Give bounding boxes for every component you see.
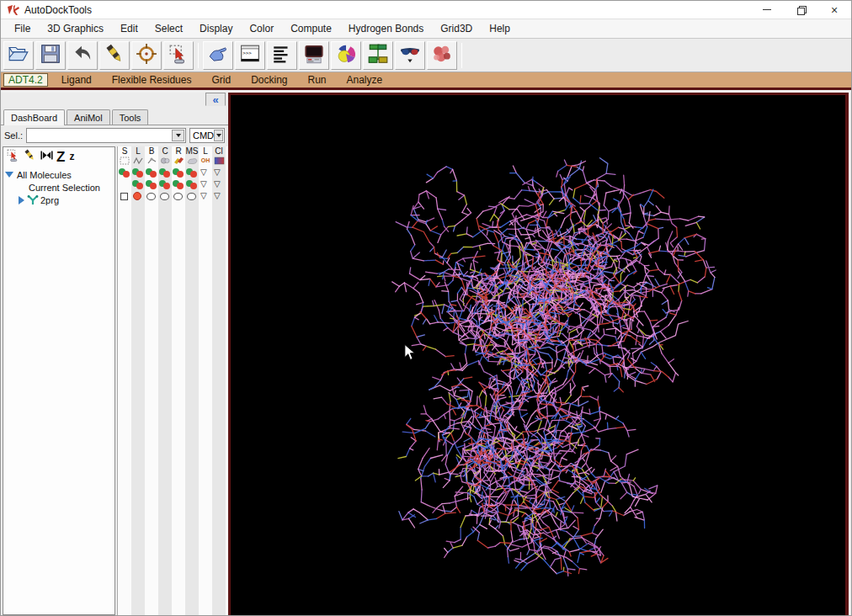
menu-item-color[interactable]: Color xyxy=(241,20,282,37)
tree-item-label: Current Selection xyxy=(29,183,100,193)
molecule-tree: All MoleculesCurrent Selection2prg xyxy=(3,166,114,206)
dropdown-triangle-icon: ▽ xyxy=(200,191,207,201)
column-L-icon xyxy=(131,156,145,165)
grid-cell-oval[interactable] xyxy=(185,190,199,202)
python-shell-icon: >>> xyxy=(239,43,261,68)
grid-cell-oval[interactable] xyxy=(145,190,158,202)
grid-cell-pair[interactable] xyxy=(118,167,131,178)
selection-combobox[interactable] xyxy=(26,128,186,143)
menu-item-help[interactable]: Help xyxy=(481,20,519,37)
undo-button[interactable] xyxy=(67,41,98,70)
menu-item-3d-graphics[interactable]: 3D Graphics xyxy=(39,20,112,37)
grid-cell-pair[interactable] xyxy=(158,178,172,190)
grid-cell-tri[interactable]: ▽ xyxy=(212,167,226,178)
color-palette-button[interactable] xyxy=(331,41,361,70)
selection-input[interactable] xyxy=(27,129,172,142)
cmd-combobox[interactable]: CMD xyxy=(189,128,225,143)
adt-menu-run[interactable]: Run xyxy=(301,73,333,87)
pick-hand-button[interactable] xyxy=(203,41,233,70)
tab-tools[interactable]: Tools xyxy=(112,109,149,125)
adt-menu-flexible-residues[interactable]: Flexible Residues xyxy=(105,73,199,87)
grid-cell-tri[interactable]: ▽ xyxy=(212,178,226,190)
minimize-button[interactable] xyxy=(750,1,784,19)
molecule-surface-button[interactable] xyxy=(427,41,457,70)
grid-column-ms-5: MS xyxy=(185,146,199,167)
grid-cell-tri[interactable]: ▽ xyxy=(199,167,212,178)
content-area: « DashBoardAniMolTools Sel.: CMD Zz All … xyxy=(1,93,851,615)
annotate-pen-small-icon[interactable] xyxy=(23,148,37,166)
grid-cell-pair[interactable] xyxy=(172,178,185,190)
hierarchy-tree-button[interactable] xyxy=(363,41,393,70)
grid-cell-pair[interactable] xyxy=(131,178,145,190)
cmd-dropdown-button[interactable] xyxy=(214,130,223,141)
python-shell-button[interactable]: >>> xyxy=(235,41,265,70)
stereo-glasses-button[interactable] xyxy=(395,41,425,70)
expand-collapse-icon[interactable] xyxy=(40,148,54,166)
menu-item-file[interactable]: File xyxy=(6,20,39,37)
grid-cell-oval[interactable] xyxy=(172,190,185,202)
menu-item-select[interactable]: Select xyxy=(146,20,191,37)
restore-button[interactable] xyxy=(784,1,817,19)
grid-column-s-0: S xyxy=(118,146,131,167)
grid-column-cl-7: Cl xyxy=(212,146,226,167)
open-file-icon xyxy=(8,43,29,68)
menu-item-compute[interactable]: Compute xyxy=(282,20,340,37)
column-R-icon xyxy=(172,156,185,165)
grid-column-l-6: LOH xyxy=(199,146,212,167)
open-file-button[interactable] xyxy=(3,41,34,70)
tab-dashboard[interactable]: DashBoard xyxy=(3,109,65,125)
grid-cell-pair[interactable] xyxy=(145,167,158,178)
adt-menu-grid[interactable]: Grid xyxy=(205,73,237,87)
panel-collapse-button[interactable]: « xyxy=(205,93,226,106)
dropdown-triangle-icon: ▽ xyxy=(214,167,221,178)
tree-item-all-molecules[interactable]: All Molecules xyxy=(3,168,114,181)
select-region-small-icon[interactable] xyxy=(6,148,20,166)
dashboard-grid-panel: SLBCRMSLOHCl ▽▽▽▽▽▽ xyxy=(117,146,228,615)
menu-item-display[interactable]: Display xyxy=(191,20,241,37)
3d-viewport[interactable] xyxy=(228,93,849,615)
pick-hand-icon xyxy=(207,43,229,68)
script-text-button[interactable] xyxy=(267,41,297,70)
close-button[interactable]: × xyxy=(817,1,851,19)
column-MS-icon xyxy=(185,156,199,165)
annotate-pen-button[interactable] xyxy=(99,41,130,70)
display-screen-button[interactable] xyxy=(299,41,329,70)
grid-cell-pair[interactable] xyxy=(172,167,185,178)
grid-cell-pair[interactable] xyxy=(131,167,145,178)
red-dot-icon xyxy=(136,183,143,189)
grid-cell-pair[interactable] xyxy=(185,178,199,190)
tree-item-2prg[interactable]: 2prg xyxy=(3,194,114,206)
grid-cell-square[interactable] xyxy=(118,190,131,202)
color-palette-icon xyxy=(335,43,357,68)
grid-cell-pair[interactable] xyxy=(158,167,172,178)
adt-menu-ligand[interactable]: Ligand xyxy=(55,73,99,87)
grid-cell-tri[interactable]: ▽ xyxy=(199,178,212,190)
save-button[interactable] xyxy=(35,41,66,70)
adt-menu-adt4-2[interactable]: ADT4.2 xyxy=(3,73,48,87)
tree-item-current-selection[interactable]: Current Selection xyxy=(3,181,114,194)
select-region-button[interactable] xyxy=(163,41,194,70)
menu-item-edit[interactable]: Edit xyxy=(112,20,146,37)
collapse-row: « xyxy=(1,93,228,107)
grid-cell-dot[interactable] xyxy=(131,190,145,202)
expand-arrow-icon[interactable] xyxy=(3,172,15,178)
grid-cell-tri[interactable]: ▽ xyxy=(212,190,226,202)
zoom-out-z-button[interactable]: z xyxy=(69,151,74,162)
grid-cell-tri[interactable]: ▽ xyxy=(199,190,212,202)
red-dot-icon xyxy=(190,171,197,178)
grid-cell-pair[interactable] xyxy=(145,178,158,190)
red-dot-icon xyxy=(136,171,143,178)
zoom-in-z-button[interactable]: Z xyxy=(56,150,65,164)
triangle-right-icon xyxy=(19,196,24,204)
collapse-arrow-icon[interactable] xyxy=(15,196,27,204)
tab-animol[interactable]: AniMol xyxy=(67,109,110,125)
selection-dropdown-button[interactable] xyxy=(172,130,184,141)
center-target-button[interactable] xyxy=(131,41,162,70)
grid-cell-oval[interactable] xyxy=(158,190,172,202)
menu-item-hydrogen-bonds[interactable]: Hydrogen Bonds xyxy=(340,20,432,37)
grid-cell-pair[interactable] xyxy=(185,167,199,178)
menu-item-grid3d[interactable]: Grid3D xyxy=(432,20,481,37)
adt-menu-docking[interactable]: Docking xyxy=(244,73,294,87)
grid-column-b-2: B xyxy=(145,146,158,167)
adt-menu-analyze[interactable]: Analyze xyxy=(340,73,390,87)
